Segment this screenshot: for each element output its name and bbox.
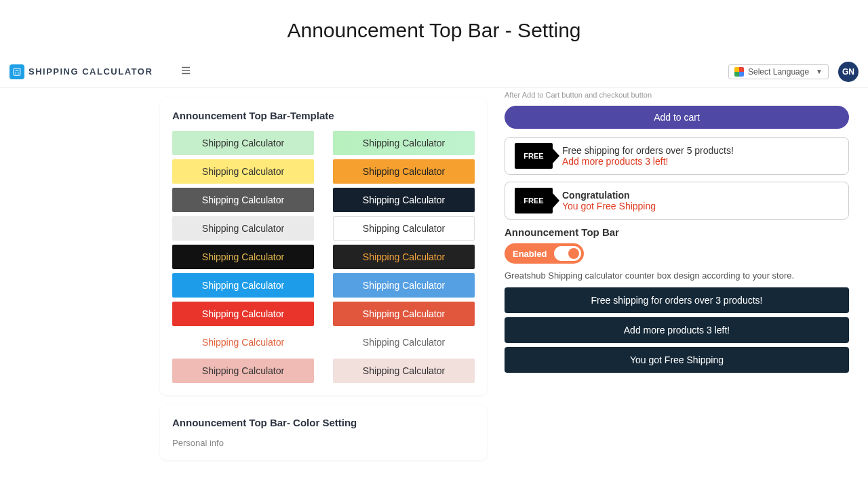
color-setting-card: Announcement Top Bar- Color Setting Pers… [160, 405, 487, 460]
template-option[interactable]: Shipping Calculator [172, 159, 314, 184]
toggle-knob-icon [554, 246, 581, 261]
template-option[interactable]: Shipping Calculator [333, 159, 475, 184]
promo-congrats-title: Congratulation [562, 190, 656, 201]
announcement-topbar-label: Announcement Top Bar [505, 226, 849, 238]
template-option[interactable]: Shipping Calculator [172, 273, 314, 298]
template-option[interactable]: Shipping Calculator [172, 216, 314, 241]
calculator-icon [9, 64, 24, 79]
template-option[interactable]: Shipping Calculator [172, 302, 314, 326]
color-setting-heading: Announcement Top Bar- Color Setting [172, 417, 475, 428]
free-truck-icon: FREE [515, 143, 553, 169]
template-option[interactable]: Shipping Calculator [333, 330, 475, 354]
brand-logo: SHIPPING CALCULATOR [9, 64, 153, 79]
feature-description: Greatshub Shipping calculator counter bo… [505, 270, 849, 281]
template-option[interactable]: Shipping Calculator [333, 188, 475, 212]
page-title: Announcement Top Bar - Setting [0, 0, 868, 56]
template-card: Announcement Top Bar-Template Shipping C… [160, 98, 487, 395]
avatar[interactable]: GN [838, 62, 859, 82]
template-option[interactable]: Shipping Calculator [172, 188, 314, 212]
brand-name: SHIPPING CALCULATOR [28, 66, 153, 77]
template-option[interactable]: Shipping Calculator [333, 216, 475, 241]
chevron-down-icon: ▼ [816, 68, 823, 75]
congratulation-promo: FREE Congratulation You got Free Shippin… [505, 182, 849, 220]
template-heading: Announcement Top Bar-Template [172, 110, 475, 121]
announcement-bar-preview: You got Free Shipping [505, 347, 849, 373]
toggle-label: Enabled [513, 249, 547, 259]
template-option[interactable]: Shipping Calculator [172, 131, 314, 155]
google-translate-icon [734, 67, 744, 77]
color-setting-subheading: Personal info [172, 438, 475, 448]
language-label: Select Language [748, 67, 809, 77]
promo-remaining-text: Add more products 3 left! [562, 156, 734, 167]
announcement-bar-preview: Free shipping for orders over 3 products… [505, 287, 849, 313]
template-option[interactable]: Shipping Calculator [333, 359, 475, 383]
placement-hint: After Add to Cart button and checkout bu… [505, 91, 849, 99]
template-option[interactable]: Shipping Calculator [333, 131, 475, 155]
template-option[interactable]: Shipping Calculator [333, 302, 475, 326]
add-to-cart-button[interactable]: Add to cart [505, 106, 849, 129]
template-option[interactable]: Shipping Calculator [172, 359, 314, 383]
template-option[interactable]: Shipping Calculator [333, 245, 475, 269]
template-option[interactable]: Shipping Calculator [172, 245, 314, 269]
app-topbar: SHIPPING CALCULATOR Select Language ▼ GN [0, 56, 868, 88]
svg-rect-0 [14, 68, 20, 75]
free-truck-icon: FREE [515, 188, 553, 214]
promo-congrats-text: You got Free Shipping [562, 201, 656, 211]
hamburger-icon[interactable] [180, 64, 192, 79]
template-option[interactable]: Shipping Calculator [333, 273, 475, 298]
free-shipping-promo: FREE Free shipping for orders over 5 pro… [505, 137, 849, 175]
language-selector[interactable]: Select Language ▼ [728, 64, 829, 79]
template-option[interactable]: Shipping Calculator [172, 330, 314, 354]
enable-toggle[interactable]: Enabled [505, 243, 584, 264]
announcement-bar-preview: Add more products 3 left! [505, 317, 849, 343]
promo-threshold-text: Free shipping for orders over 5 products… [562, 145, 734, 156]
